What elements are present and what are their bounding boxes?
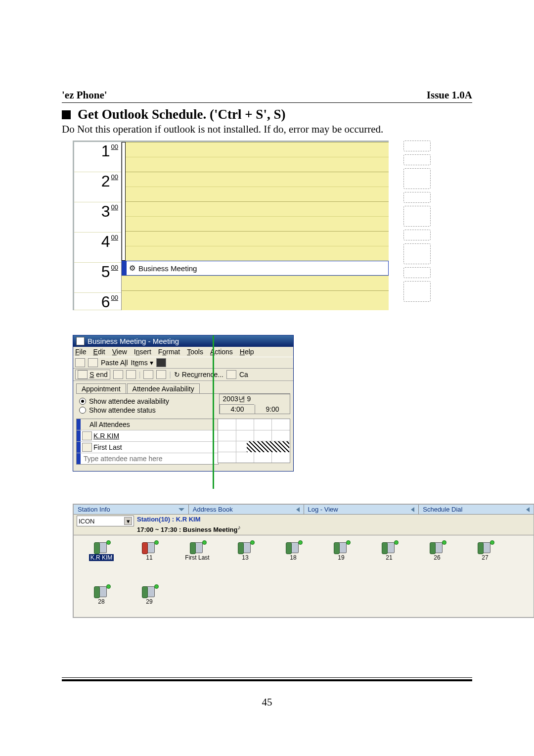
section-heading-text: Get Outlook Schedule. ('Ctrl + S', S) <box>78 107 285 122</box>
station-label: 19 <box>338 554 344 561</box>
time-cell-1: 4:00 <box>220 405 255 414</box>
station-label: K.R KIM <box>89 554 114 561</box>
tab-schedule-dial[interactable]: Schedule Dial <box>419 505 534 514</box>
envelope-icon <box>78 370 88 379</box>
station-label: 29 <box>146 598 152 605</box>
phone-icon <box>334 539 349 554</box>
copy-icon[interactable] <box>75 358 85 367</box>
calendar-appointment-label: Business Meeting <box>138 264 197 273</box>
calendar-body[interactable]: ⚙ Business Meeting <box>122 142 389 310</box>
paste-all-button[interactable]: Paste All <box>101 359 128 367</box>
station-icon[interactable]: 28 <box>89 583 114 605</box>
phone-icon <box>478 539 492 554</box>
station-icon[interactable]: 21 <box>376 539 402 561</box>
station-label: 18 <box>290 554 296 561</box>
menu-tools[interactable]: Tools <box>187 348 203 356</box>
phone-icon <box>94 583 109 598</box>
station-info-line: Station(10) : K.R KIM <box>137 516 240 523</box>
tab-appointment[interactable]: Appointment <box>76 383 126 394</box>
attendee-placeholder[interactable]: Type attendee name here <box>81 455 163 463</box>
station-label: 13 <box>242 554 248 561</box>
ca-label: Ca <box>239 371 248 378</box>
calendar-appointment[interactable]: ⚙ Business Meeting <box>122 261 389 276</box>
chevron-down-icon <box>178 508 184 511</box>
calendar-ruler: 100 200 300 400 500 600 <box>74 142 122 310</box>
station-icon[interactable]: 29 <box>136 583 162 605</box>
phone-icon <box>382 539 397 554</box>
station-icon[interactable]: 19 <box>328 539 354 561</box>
menu-view[interactable]: View <box>112 348 127 356</box>
clipboard-icon[interactable] <box>88 358 98 367</box>
chevron-left-icon <box>296 507 300 512</box>
outlook-calendar: 100 200 300 400 500 600 <box>73 141 472 310</box>
radio-icon <box>79 398 86 405</box>
station-icon[interactable]: 26 <box>424 539 450 561</box>
view-mode-value: ICON <box>79 518 95 525</box>
station-icon[interactable]: First Last <box>184 539 210 561</box>
calendar-free-bar <box>122 142 126 261</box>
time-cell-2: 9:00 <box>255 405 290 414</box>
menu-file[interactable]: File <box>75 348 87 356</box>
station-icon[interactable]: 11 <box>136 539 162 561</box>
current-time-line <box>213 335 214 489</box>
attendee-table: All Attendees K.R KIM First Last Type at… <box>76 419 219 465</box>
radio-status-label: Show attendee status <box>89 406 156 414</box>
square-bullet-icon <box>62 110 71 119</box>
station-icon-grid: K.R KIM11First Last1318192126272829 <box>74 535 534 617</box>
section-heading: Get Outlook Schedule. ('Ctrl + S', S) <box>62 107 472 122</box>
tab-station-info[interactable]: Station Info <box>74 505 189 514</box>
ezphone-panel: Station Info Address Book Log - View Sch… <box>73 504 534 618</box>
tab-log-view[interactable]: Log - View <box>304 505 419 514</box>
items-button[interactable]: Items ▾ <box>131 359 153 367</box>
menu-help[interactable]: Help <box>240 348 254 356</box>
station-label: First Last <box>185 554 209 561</box>
view-mode-select[interactable]: ICON ▾ <box>77 516 134 526</box>
station-label: 21 <box>386 554 392 561</box>
phone-icon <box>94 539 109 554</box>
station-icon[interactable]: 13 <box>232 539 258 561</box>
attendees-header: All Attendees <box>81 421 130 428</box>
tab-address-book[interactable]: Address Book <box>189 505 304 514</box>
menu-bar[interactable]: File Edit View Insert Format Tools Actio… <box>73 347 293 357</box>
attendee-icon <box>82 431 92 440</box>
menu-edit[interactable]: Edit <box>93 348 105 356</box>
station-label: 26 <box>434 554 440 561</box>
time-date-cell: 2003년 9 <box>220 394 254 405</box>
window-icon <box>76 337 85 345</box>
outlook-meeting-window: Business Meeting - Meeting File Edit Vie… <box>73 335 294 472</box>
phone-icon <box>430 539 445 554</box>
time-header: 2003년 9 4:00 9:00 <box>219 394 290 414</box>
station-label: 27 <box>482 554 488 561</box>
phone-icon <box>190 539 205 554</box>
section-body: Do Not this operation if outlook is not … <box>62 123 472 136</box>
station-label: 11 <box>146 554 152 561</box>
station-icon[interactable]: 27 <box>472 539 498 561</box>
check-icon[interactable] <box>156 370 166 379</box>
print-icon[interactable] <box>113 370 123 379</box>
availability-grid[interactable] <box>218 419 290 463</box>
menu-format[interactable]: Format <box>158 348 180 356</box>
book-icon[interactable] <box>143 370 153 379</box>
cancel-invitation-icon[interactable] <box>226 370 236 379</box>
chevron-left-icon <box>526 507 530 512</box>
chevron-down-icon: ▾ <box>124 517 132 525</box>
busy-block <box>247 441 289 452</box>
send-button[interactable]: Send <box>75 370 110 379</box>
station-icon[interactable]: K.R KIM <box>89 539 114 561</box>
menu-insert[interactable]: Insert <box>134 348 151 356</box>
recurrence-button[interactable]: ↻ Recurrence... <box>174 371 223 378</box>
attendee-name: K.R KIM <box>93 432 119 440</box>
attach-icon[interactable] <box>126 370 136 379</box>
page-number: 45 <box>62 696 472 709</box>
meeting-icon: ⚙ <box>129 264 135 273</box>
station-label: 28 <box>98 598 104 605</box>
delete-icon[interactable] <box>156 358 166 367</box>
radio-icon <box>79 407 86 414</box>
station-icon[interactable]: 18 <box>280 539 306 561</box>
chevron-left-icon <box>411 507 414 512</box>
station-schedule-line: 17:00 ~ 17:30 : Business Meeting♪ <box>137 523 240 534</box>
attendee-name: First Last <box>93 443 122 451</box>
doc-title-left: 'ez Phone' <box>62 89 107 101</box>
tab-attendee-availability[interactable]: Attendee Availability <box>127 383 200 394</box>
radio-availability-label: Show attendee availability <box>89 397 169 405</box>
